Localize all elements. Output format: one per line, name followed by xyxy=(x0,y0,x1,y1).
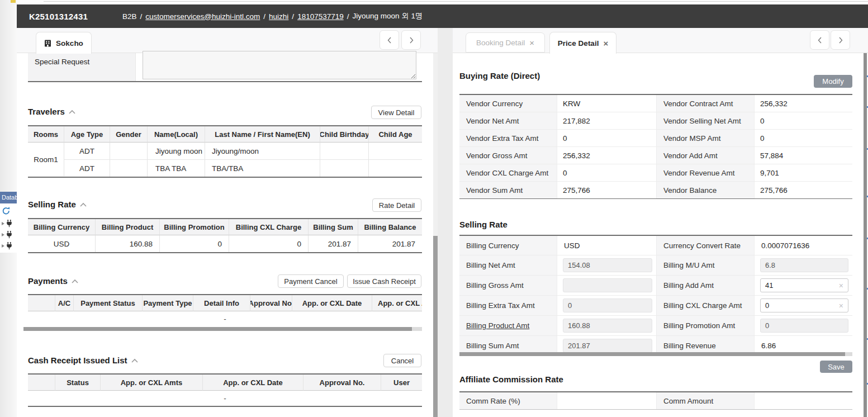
billing-product-amt-link[interactable]: Billing Product Amt xyxy=(459,316,557,335)
field-label: Billing Extra Tax Amt xyxy=(459,296,557,315)
billing-mu-amt-input[interactable] xyxy=(760,258,848,272)
hotel-icon xyxy=(44,40,51,47)
field-label: Vendor Add Amt xyxy=(657,147,755,164)
billing-cxl-charge-amt-input[interactable] xyxy=(760,298,848,312)
scrollbar-thumb[interactable] xyxy=(459,352,845,356)
column-header: Billing CXL Charge xyxy=(229,219,309,235)
tab-sokcho[interactable]: Sokcho xyxy=(36,32,92,54)
billing-sum-amt-input[interactable] xyxy=(563,339,652,353)
left-panel-vscrollbar-thumb[interactable] xyxy=(433,236,438,417)
billing-promotion-amt-input[interactable] xyxy=(760,319,848,333)
tab-booking-detail[interactable]: Booking Detail × xyxy=(466,32,545,53)
field-label: Billing Currency xyxy=(459,236,557,255)
field-label: Comm Rate (%) xyxy=(459,392,557,409)
database-tree-item[interactable] xyxy=(0,218,17,229)
travelers-section-title: Travelers xyxy=(28,107,75,116)
billing-extra-tax-amt-input[interactable] xyxy=(563,298,652,312)
column-header: Child Birthday xyxy=(320,126,369,143)
selling-rate-hscrollbar[interactable] xyxy=(459,352,852,356)
field-value: 256,332 xyxy=(755,95,852,112)
column-header: Gender xyxy=(110,126,148,143)
column-header: Approval No. xyxy=(303,375,381,391)
billing-promotion-cell: 0 xyxy=(160,235,229,252)
phone-link[interactable]: 18107537719 xyxy=(297,12,344,21)
scrollbar-thumb[interactable] xyxy=(23,327,412,331)
table-row: Vendor Gross Amt 256,332 Vendor Add Amt … xyxy=(459,147,852,164)
affiliate-commission-table: Comm Rate (%) Comm Amount xyxy=(459,391,852,410)
column-header: App. or CXL An xyxy=(372,295,422,311)
billing-add-amt-input[interactable] xyxy=(760,278,848,292)
modify-button[interactable]: Modify xyxy=(814,75,852,88)
save-button[interactable]: Save xyxy=(820,361,852,373)
selling-rate-right-title: Selling Rate xyxy=(459,220,507,229)
column-header xyxy=(28,375,55,391)
plug-icon xyxy=(6,242,12,250)
field-label: Billing M/U Amt xyxy=(657,255,755,275)
special-request-textarea[interactable] xyxy=(143,51,416,79)
expand-arrow-icon[interactable] xyxy=(2,244,4,248)
tab-price-detail[interactable]: Price Detail × xyxy=(549,32,616,54)
view-detail-button[interactable]: View Detail xyxy=(371,106,421,119)
plug-icon xyxy=(6,220,12,228)
travelers-table: Rooms Age Type Gender Name(Local) Last N… xyxy=(28,125,422,178)
billing-cxl-charge-cell: 0 xyxy=(229,235,309,252)
field-value: 0 xyxy=(755,112,852,129)
divider xyxy=(28,81,422,82)
breadcrumb-separator: / xyxy=(292,12,294,21)
expand-arrow-icon[interactable] xyxy=(2,222,4,225)
customer-email-link[interactable]: customerservices@huizhi-intl.com xyxy=(145,12,260,21)
column-header: Rooms xyxy=(28,126,64,143)
child-birthday-cell xyxy=(320,160,369,177)
clear-input-icon[interactable]: × xyxy=(839,281,843,290)
booking-id: K25101312431 xyxy=(29,12,88,21)
database-tree-item[interactable] xyxy=(0,229,17,240)
payments-hscrollbar[interactable] xyxy=(23,327,422,331)
left-panel-prev-button[interactable] xyxy=(380,30,399,50)
cash-receipt-cancel-button[interactable]: Cancel xyxy=(383,354,421,367)
database-tree-item[interactable] xyxy=(0,240,17,252)
payments-header-row: A/C Payment Status Payment Type Detail I… xyxy=(28,295,422,311)
column-header: App. or CXL Amts xyxy=(101,375,203,391)
left-panel-next-button[interactable] xyxy=(401,30,421,50)
column-header: Billing Balance xyxy=(358,219,422,235)
empty-row: - xyxy=(28,311,422,326)
field-label: Vendor Sum Amt xyxy=(459,182,557,198)
table-row: Billing Currency USD Currency Convert Ra… xyxy=(459,236,852,255)
column-header xyxy=(28,295,55,311)
billing-balance-cell: 201.87 xyxy=(358,235,422,252)
collapse-chevron-icon[interactable] xyxy=(69,110,75,114)
right-panel-prev-button[interactable] xyxy=(810,30,829,50)
field-label: Vendor Selling Net Amt xyxy=(657,112,755,129)
field-label: Vendor Net Amt xyxy=(459,112,557,129)
billing-net-amt-input[interactable] xyxy=(563,258,652,272)
expand-arrow-icon[interactable] xyxy=(2,233,4,236)
payment-cancel-button[interactable]: Payment Cancel xyxy=(278,274,344,288)
close-icon[interactable]: × xyxy=(603,39,608,48)
close-icon[interactable]: × xyxy=(529,39,534,47)
field-value: 0 xyxy=(557,130,657,146)
table-row: Vendor Sum Amt 275,766 Vendor Balance 27… xyxy=(459,182,852,198)
chevron-right-icon xyxy=(838,37,843,44)
database-panel-header[interactable]: Datab xyxy=(0,192,17,203)
vendor-link[interactable]: huizhi xyxy=(269,12,288,21)
field-value: KRW xyxy=(557,95,657,112)
cash-receipt-table: Status App. or CXL Amts App. or CXL Date… xyxy=(28,373,422,407)
rate-detail-button[interactable]: Rate Detail xyxy=(372,198,421,212)
collapse-chevron-icon[interactable] xyxy=(72,279,78,283)
detail-panel xyxy=(453,28,864,417)
column-header: User xyxy=(381,375,422,391)
right-panel-next-button[interactable] xyxy=(831,30,850,50)
issue-cash-receipt-button[interactable]: Issue Cash Receipt xyxy=(347,274,421,288)
refresh-button[interactable] xyxy=(0,203,17,218)
table-row: Billing Extra Tax Amt Billing CXL Charge… xyxy=(459,296,852,316)
column-header: App. or CXL Date xyxy=(292,295,372,311)
collapse-chevron-icon[interactable] xyxy=(131,358,138,363)
column-header: Name(Local) xyxy=(148,126,205,143)
billing-product-amt-input[interactable] xyxy=(563,319,652,333)
clear-input-icon[interactable]: × xyxy=(839,301,843,310)
billing-gross-amt-input[interactable] xyxy=(563,278,652,292)
field-value: 217,882 xyxy=(557,112,657,129)
collapse-chevron-icon[interactable] xyxy=(80,202,87,207)
field-label: Billing Add Amt xyxy=(657,276,755,295)
age-type-cell: ADT xyxy=(64,143,110,159)
